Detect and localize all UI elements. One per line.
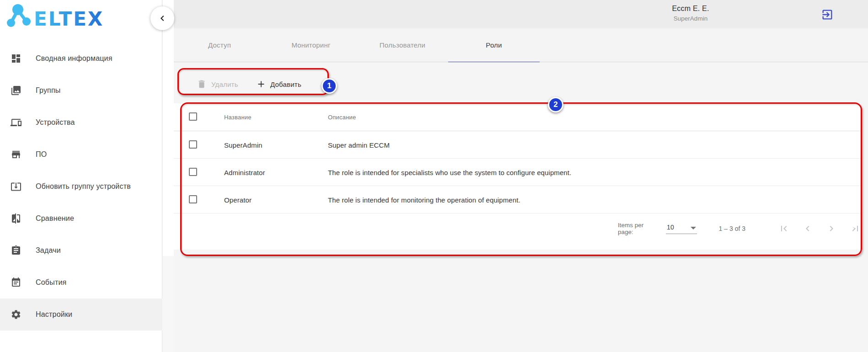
- sidebar-item-label: События: [36, 278, 66, 287]
- content-gutter: [163, 0, 174, 256]
- role-name: Operator: [224, 196, 252, 203]
- tab-access[interactable]: Доступ: [174, 28, 265, 62]
- sidebar-item-label: Устройства: [36, 118, 75, 127]
- role-description: Super admin ECCM: [328, 141, 390, 149]
- user-name: Eccm E. E.: [647, 5, 734, 13]
- tab-monitoring[interactable]: Мониторинг: [265, 28, 357, 62]
- first-page-button[interactable]: [778, 223, 789, 234]
- sidebar-item-groups[interactable]: Группы: [0, 75, 162, 107]
- sidebar-item-label: Обновить группу устройств: [36, 182, 131, 191]
- sidebar-item-devices[interactable]: Устройства: [0, 107, 162, 139]
- add-button[interactable]: Добавить: [256, 76, 301, 92]
- plus-icon: [256, 79, 266, 89]
- sidebar-item-label: Сводная информация: [36, 54, 113, 63]
- pager-nav: [766, 223, 861, 234]
- dropdown-caret-icon: [691, 227, 696, 229]
- row-checkbox[interactable]: [189, 195, 197, 203]
- user-role: SuperAdmin: [647, 15, 734, 22]
- store-icon: [11, 149, 21, 160]
- settings-tabs: Доступ Мониторинг Пользователи Роли: [174, 28, 868, 62]
- exit-to-app-icon: [821, 8, 834, 21]
- column-header-name: Название: [224, 114, 252, 121]
- delete-button[interactable]: Удалить: [197, 76, 238, 92]
- dashboard-icon: [11, 53, 21, 64]
- sidebar-item-label: Настройки: [36, 310, 72, 319]
- sidebar-item-software[interactable]: ПО: [0, 139, 162, 171]
- chevron-right-icon: [826, 223, 837, 234]
- sidebar: ELTEX Сводная информация Группы Устройст…: [0, 0, 162, 352]
- eltex-logo: ELTEX: [5, 2, 115, 35]
- trash-icon: [197, 79, 207, 89]
- items-per-page-value: 10: [667, 224, 674, 231]
- table-header-row: Название Описание: [174, 103, 861, 131]
- tab-roles[interactable]: Роли: [448, 28, 540, 62]
- table-row[interactable]: Operator The role is intended for monito…: [174, 186, 861, 213]
- sidebar-item-label: Сравнение: [36, 214, 74, 223]
- system-update-icon: [11, 181, 21, 192]
- last-page-icon: [850, 223, 861, 234]
- user-block: Eccm E. E. SuperAdmin: [647, 5, 734, 22]
- items-per-page-label: Items per page:: [618, 222, 660, 235]
- sidebar-item-label: Задачи: [36, 246, 61, 255]
- roles-table: Название Описание SuperAdmin Super admin…: [174, 103, 861, 250]
- app-window: ELTEX Сводная информация Группы Устройст…: [0, 0, 868, 352]
- row-checkbox[interactable]: [189, 168, 197, 176]
- logout-button[interactable]: [821, 8, 834, 21]
- chevron-left-icon: [157, 13, 168, 24]
- next-page-button[interactable]: [826, 223, 837, 234]
- add-button-label: Добавить: [270, 80, 301, 88]
- events-icon: [11, 277, 21, 288]
- top-header-bar: [174, 0, 868, 28]
- tab-users[interactable]: Пользователи: [357, 28, 448, 62]
- select-all-checkbox[interactable]: [189, 112, 197, 121]
- sidebar-item-compare[interactable]: Сравнение: [0, 203, 162, 235]
- delete-button-label: Удалить: [211, 80, 238, 88]
- photo-library-icon: [11, 85, 21, 96]
- logo-text: ELTEX: [34, 8, 104, 30]
- sidebar-item-tasks[interactable]: Задачи: [0, 235, 162, 267]
- sidebar-item-label: Группы: [36, 86, 61, 95]
- role-name: Administrator: [224, 168, 265, 176]
- chevron-left-icon: [802, 223, 813, 234]
- table-row[interactable]: SuperAdmin Super admin ECCM: [174, 131, 861, 159]
- column-header-description: Описание: [328, 114, 356, 121]
- role-description: The role is intended for monitoring the …: [328, 196, 520, 203]
- sidebar-collapse-button[interactable]: [150, 6, 174, 30]
- tasks-icon: [11, 245, 21, 256]
- sidebar-item-summary[interactable]: Сводная информация: [0, 43, 162, 75]
- first-page-icon: [778, 223, 789, 234]
- role-name: SuperAdmin: [224, 141, 263, 149]
- devices-icon: [11, 117, 21, 128]
- row-checkbox[interactable]: [189, 140, 197, 149]
- table-row[interactable]: Administrator The role is intended for s…: [174, 159, 861, 186]
- role-description: The role is intended for specialists who…: [328, 168, 571, 176]
- sidebar-item-settings[interactable]: Настройки: [0, 299, 162, 331]
- items-per-page-select[interactable]: 10: [666, 224, 697, 234]
- settings-icon: [11, 309, 21, 320]
- table-paginator: Items per page: 10 1 – 3 of 3: [618, 213, 861, 244]
- sidebar-item-events[interactable]: События: [0, 267, 162, 299]
- last-page-button[interactable]: [850, 223, 861, 234]
- page-range-label: 1 – 3 of 3: [719, 225, 745, 232]
- sidebar-nav: Сводная информация Группы Устройства ПО: [0, 43, 162, 331]
- sidebar-item-label: ПО: [36, 150, 47, 159]
- previous-page-button[interactable]: [802, 223, 813, 234]
- sidebar-item-update-group[interactable]: Обновить группу устройств: [0, 171, 162, 203]
- compare-icon: [11, 213, 21, 224]
